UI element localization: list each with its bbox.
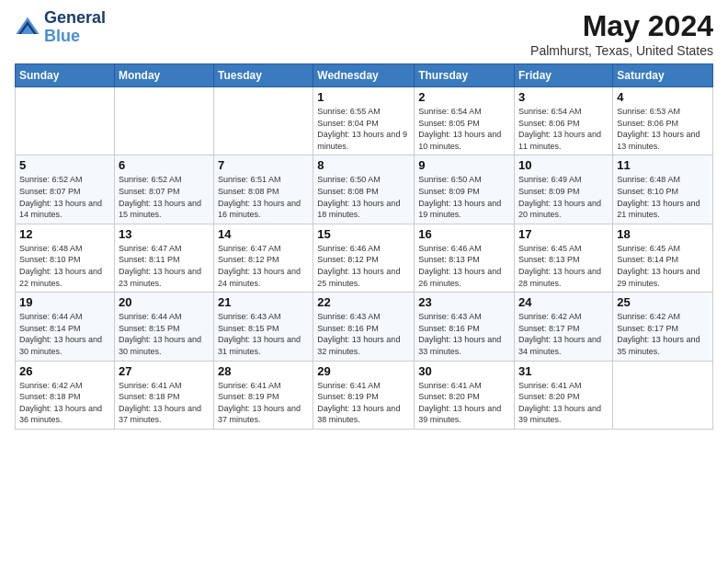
day-number: 5 (19, 158, 110, 172)
calendar-header-sunday: Sunday (16, 64, 115, 87)
calendar-cell: 3Sunrise: 6:54 AM Sunset: 8:06 PM Daylig… (515, 87, 613, 155)
day-info: Sunrise: 6:49 AM Sunset: 8:09 PM Dayligh… (518, 174, 609, 220)
calendar-week-row: 12Sunrise: 6:48 AM Sunset: 8:10 PM Dayli… (16, 224, 713, 292)
day-number: 18 (617, 227, 709, 241)
calendar-cell: 9Sunrise: 6:50 AM Sunset: 8:09 PM Daylig… (415, 155, 515, 224)
calendar-week-row: 1Sunrise: 6:55 AM Sunset: 8:04 PM Daylig… (16, 87, 713, 155)
day-info: Sunrise: 6:48 AM Sunset: 8:10 PM Dayligh… (617, 174, 709, 220)
day-number: 23 (418, 295, 510, 309)
day-number: 22 (317, 295, 410, 309)
calendar-cell: 13Sunrise: 6:47 AM Sunset: 8:11 PM Dayli… (114, 224, 213, 292)
day-number: 14 (218, 227, 309, 241)
day-info: Sunrise: 6:46 AM Sunset: 8:13 PM Dayligh… (418, 243, 510, 289)
logo-text-block: General Blue (44, 9, 106, 46)
calendar-cell: 21Sunrise: 6:43 AM Sunset: 8:15 PM Dayli… (214, 293, 313, 361)
day-number: 12 (19, 227, 110, 241)
day-number: 15 (317, 227, 410, 241)
calendar-header-tuesday: Tuesday (214, 64, 313, 87)
logo-line1: General (44, 9, 106, 28)
day-number: 20 (119, 295, 210, 309)
day-info: Sunrise: 6:42 AM Sunset: 8:18 PM Dayligh… (19, 380, 110, 426)
calendar-cell: 4Sunrise: 6:53 AM Sunset: 8:06 PM Daylig… (613, 87, 713, 155)
day-info: Sunrise: 6:41 AM Sunset: 8:18 PM Dayligh… (119, 380, 210, 426)
day-info: Sunrise: 6:47 AM Sunset: 8:11 PM Dayligh… (119, 243, 210, 289)
calendar-week-row: 19Sunrise: 6:44 AM Sunset: 8:14 PM Dayli… (16, 293, 713, 361)
day-info: Sunrise: 6:45 AM Sunset: 8:14 PM Dayligh… (617, 243, 709, 289)
calendar-cell (613, 361, 713, 429)
day-number: 16 (418, 227, 510, 241)
calendar-header-friday: Friday (515, 64, 613, 87)
day-info: Sunrise: 6:43 AM Sunset: 8:16 PM Dayligh… (418, 311, 510, 357)
day-number: 3 (518, 90, 609, 104)
day-info: Sunrise: 6:50 AM Sunset: 8:09 PM Dayligh… (418, 174, 510, 220)
day-number: 10 (518, 158, 609, 172)
calendar-cell: 22Sunrise: 6:43 AM Sunset: 8:16 PM Dayli… (313, 293, 415, 361)
calendar-cell: 18Sunrise: 6:45 AM Sunset: 8:14 PM Dayli… (613, 224, 713, 292)
calendar-cell: 26Sunrise: 6:42 AM Sunset: 8:18 PM Dayli… (16, 361, 115, 429)
day-number: 29 (317, 364, 410, 378)
calendar-cell: 16Sunrise: 6:46 AM Sunset: 8:13 PM Dayli… (415, 224, 515, 292)
calendar-cell: 20Sunrise: 6:44 AM Sunset: 8:15 PM Dayli… (114, 293, 213, 361)
day-number: 11 (617, 158, 709, 172)
day-info: Sunrise: 6:45 AM Sunset: 8:13 PM Dayligh… (518, 243, 609, 289)
day-number: 21 (218, 295, 309, 309)
day-info: Sunrise: 6:44 AM Sunset: 8:14 PM Dayligh… (19, 311, 110, 357)
calendar-header-saturday: Saturday (613, 64, 713, 87)
day-info: Sunrise: 6:47 AM Sunset: 8:12 PM Dayligh… (218, 243, 309, 289)
calendar-cell: 24Sunrise: 6:42 AM Sunset: 8:17 PM Dayli… (515, 293, 613, 361)
calendar-cell: 12Sunrise: 6:48 AM Sunset: 8:10 PM Dayli… (16, 224, 115, 292)
calendar-cell: 27Sunrise: 6:41 AM Sunset: 8:18 PM Dayli… (114, 361, 213, 429)
day-number: 4 (617, 90, 709, 104)
logo-line2: Blue (44, 28, 106, 46)
calendar-cell (214, 87, 313, 155)
day-number: 9 (418, 158, 510, 172)
calendar-header-row: SundayMondayTuesdayWednesdayThursdayFrid… (16, 64, 713, 87)
day-info: Sunrise: 6:41 AM Sunset: 8:19 PM Dayligh… (218, 380, 309, 426)
day-info: Sunrise: 6:41 AM Sunset: 8:20 PM Dayligh… (418, 380, 510, 426)
calendar-cell: 1Sunrise: 6:55 AM Sunset: 8:04 PM Daylig… (313, 87, 415, 155)
page: General Blue May 2024 Palmhurst, Texas, … (0, 0, 728, 563)
calendar-cell: 14Sunrise: 6:47 AM Sunset: 8:12 PM Dayli… (214, 224, 313, 292)
day-info: Sunrise: 6:51 AM Sunset: 8:08 PM Dayligh… (218, 174, 309, 220)
day-number: 6 (119, 158, 210, 172)
calendar-cell: 7Sunrise: 6:51 AM Sunset: 8:08 PM Daylig… (214, 155, 313, 224)
day-info: Sunrise: 6:43 AM Sunset: 8:15 PM Dayligh… (218, 311, 309, 357)
day-number: 28 (218, 364, 309, 378)
calendar-table: SundayMondayTuesdayWednesdayThursdayFrid… (15, 63, 713, 430)
day-number: 17 (518, 227, 609, 241)
logo: General Blue (15, 9, 106, 46)
day-number: 1 (317, 90, 410, 104)
calendar-cell: 8Sunrise: 6:50 AM Sunset: 8:08 PM Daylig… (313, 155, 415, 224)
day-info: Sunrise: 6:54 AM Sunset: 8:05 PM Dayligh… (418, 106, 510, 152)
title-block: May 2024 Palmhurst, Texas, United States (530, 9, 713, 58)
day-number: 13 (119, 227, 210, 241)
calendar-cell: 29Sunrise: 6:41 AM Sunset: 8:19 PM Dayli… (313, 361, 415, 429)
day-number: 31 (518, 364, 609, 378)
calendar-cell: 31Sunrise: 6:41 AM Sunset: 8:20 PM Dayli… (515, 361, 613, 429)
day-number: 19 (19, 295, 110, 309)
header: General Blue May 2024 Palmhurst, Texas, … (15, 9, 713, 58)
calendar-cell: 25Sunrise: 6:42 AM Sunset: 8:17 PM Dayli… (613, 293, 713, 361)
day-info: Sunrise: 6:41 AM Sunset: 8:20 PM Dayligh… (518, 380, 609, 426)
day-info: Sunrise: 6:54 AM Sunset: 8:06 PM Dayligh… (518, 106, 609, 152)
calendar-header-thursday: Thursday (415, 64, 515, 87)
day-info: Sunrise: 6:55 AM Sunset: 8:04 PM Dayligh… (317, 106, 410, 152)
calendar-cell: 6Sunrise: 6:52 AM Sunset: 8:07 PM Daylig… (114, 155, 213, 224)
day-number: 26 (19, 364, 110, 378)
calendar-header-monday: Monday (114, 64, 213, 87)
day-info: Sunrise: 6:42 AM Sunset: 8:17 PM Dayligh… (617, 311, 709, 357)
main-title: May 2024 (530, 9, 713, 43)
day-info: Sunrise: 6:44 AM Sunset: 8:15 PM Dayligh… (119, 311, 210, 357)
calendar-week-row: 5Sunrise: 6:52 AM Sunset: 8:07 PM Daylig… (16, 155, 713, 224)
day-info: Sunrise: 6:52 AM Sunset: 8:07 PM Dayligh… (19, 174, 110, 220)
logo-icon (15, 15, 40, 40)
calendar-cell: 15Sunrise: 6:46 AM Sunset: 8:12 PM Dayli… (313, 224, 415, 292)
day-info: Sunrise: 6:52 AM Sunset: 8:07 PM Dayligh… (119, 174, 210, 220)
day-number: 8 (317, 158, 410, 172)
calendar-cell: 10Sunrise: 6:49 AM Sunset: 8:09 PM Dayli… (515, 155, 613, 224)
subtitle: Palmhurst, Texas, United States (530, 43, 713, 58)
calendar-cell (114, 87, 213, 155)
calendar-cell (16, 87, 115, 155)
day-info: Sunrise: 6:53 AM Sunset: 8:06 PM Dayligh… (617, 106, 709, 152)
calendar-week-row: 26Sunrise: 6:42 AM Sunset: 8:18 PM Dayli… (16, 361, 713, 429)
